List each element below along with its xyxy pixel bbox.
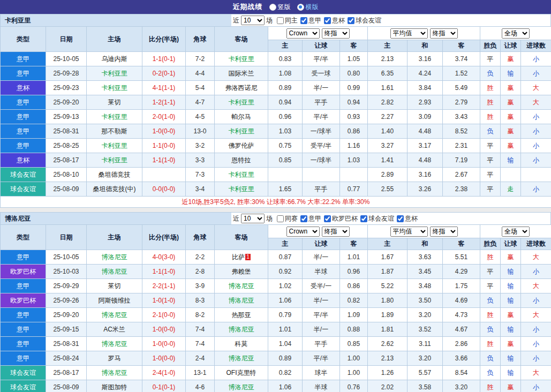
league-filter[interactable]: 欧罗巴杯 — [324, 214, 358, 223]
europe-odds-time-select[interactable]: 终指 — [430, 28, 458, 39]
away-team[interactable]: 弗洛西诺尼 — [215, 81, 268, 95]
home-team[interactable]: 卡利亚里 — [87, 81, 142, 95]
home-team[interactable]: 博洛尼亚 — [87, 337, 142, 351]
league-badge: 意甲 — [1, 337, 46, 351]
away-team[interactable]: 博洛尼亚 — [215, 351, 268, 366]
away-team[interactable]: 热那亚 — [215, 308, 268, 322]
eu-away-odds: 3.74 — [443, 52, 480, 66]
match-date: 25-09-13 — [46, 110, 87, 124]
home-team[interactable]: 斯图加特 — [87, 380, 142, 392]
handicap-result: 赢 — [501, 337, 521, 351]
team-section: 卡利亚里近10场同主意甲意杯球会友谊类型日期主场比分(半场)角球客场Crown终… — [0, 14, 551, 208]
away-team[interactable]: 博洛尼亚 — [215, 322, 268, 337]
away-team[interactable]: 卡利亚里 — [215, 182, 268, 197]
radio-icon-vertical[interactable] — [269, 4, 276, 11]
match-row: 意甲25-08-31博洛尼亚1-0(0-0)7-4科莫1.04平手0.852.6… — [1, 337, 551, 351]
corners: 8-3 — [186, 293, 215, 308]
handicap-line: 平/半 — [303, 308, 340, 322]
league-filter-checkbox[interactable] — [324, 17, 331, 24]
home-team[interactable]: 卡利亚里 — [87, 153, 142, 168]
asia-home-odds: 0.87 — [268, 250, 303, 265]
home-team[interactable]: 博洛尼亚 — [87, 308, 142, 322]
scope-select[interactable]: 全场 — [502, 28, 530, 39]
league-filter[interactable]: 意杯 — [324, 16, 345, 25]
match-count-select[interactable]: 10 — [241, 16, 265, 25]
league-filter-checkbox[interactable] — [300, 17, 307, 24]
same-filter-checkbox[interactable] — [277, 17, 284, 24]
asia-odds-source-select[interactable]: Crown — [286, 28, 320, 39]
europe-odds-source-select[interactable]: 平均值 — [390, 227, 428, 237]
match-date: 25-08-09 — [46, 380, 87, 392]
same-filter-label: 同主 — [285, 16, 298, 25]
away-team[interactable]: 博洛尼亚 — [215, 293, 268, 308]
asia-odds-dropdowns: Crown终指 — [268, 225, 368, 238]
league-filter[interactable]: 球会友谊 — [348, 16, 381, 25]
league-filter-checkbox[interactable] — [397, 215, 404, 222]
asia-home-odds: 0.89 — [268, 81, 303, 95]
league-filter-checkbox[interactable] — [324, 215, 331, 222]
result: 负 — [480, 293, 501, 308]
asia-away-odds: 1.01 — [340, 250, 368, 265]
league-filter[interactable]: 球会友谊 — [360, 214, 394, 223]
league-filter-checkbox[interactable] — [300, 215, 307, 222]
radio-icon-horizontal[interactable] — [297, 4, 304, 11]
league-filter-checkbox[interactable] — [360, 215, 367, 222]
score: 1-0(0-0) — [142, 351, 186, 366]
away-team[interactable]: 博洛尼亚 — [215, 279, 268, 293]
away-team[interactable]: 弗赖堡 — [215, 265, 268, 279]
away-team[interactable]: 卡利亚里 — [215, 168, 268, 182]
home-team[interactable]: 桑坦德竞技 — [87, 168, 142, 182]
away-team[interactable]: 卡利亚里 — [215, 95, 268, 110]
home-team[interactable]: 卡利亚里 — [87, 110, 142, 124]
home-team[interactable]: AC米兰 — [87, 322, 142, 337]
away-team[interactable]: OFI克里特 — [215, 366, 268, 380]
asia-odds-time-select[interactable]: 终指 — [322, 28, 350, 39]
match-row: 意甲25-08-31那不勒斯1-0(0-0)13-0卡利亚里1.03一/球半0.… — [1, 124, 551, 139]
league-filter[interactable]: 意甲 — [300, 16, 321, 25]
result: 平 — [480, 52, 501, 66]
away-team[interactable]: 恩特拉 — [215, 153, 268, 168]
league-filter[interactable]: 意甲 — [300, 214, 321, 223]
home-team[interactable]: 罗马 — [87, 351, 142, 366]
home-team[interactable]: 博洛尼亚 — [87, 366, 142, 380]
goals-total: 小 — [521, 293, 551, 308]
layout-option-horizontal[interactable]: 横版 — [297, 3, 319, 12]
league-filter-checkbox[interactable] — [348, 17, 354, 24]
scope-select[interactable]: 全场 — [502, 227, 530, 237]
away-team[interactable]: 卡利亚里 — [215, 124, 268, 139]
eu-home-odds: 2.89 — [368, 168, 407, 182]
same-filter[interactable]: 同主 — [277, 16, 298, 25]
asia-odds-time-select[interactable]: 终指 — [322, 227, 350, 237]
match-row: 意甲25-10-05博洛尼亚4-0(3-0)2-2比萨10.87半/一1.011… — [1, 250, 551, 265]
league-filter[interactable]: 意杯 — [397, 214, 418, 223]
away-team[interactable]: 佛罗伦萨 — [215, 139, 268, 153]
away-team[interactable]: 比萨1 — [215, 250, 268, 265]
home-team[interactable]: 阿斯顿维拉 — [87, 293, 142, 308]
handicap-result: 输 — [501, 351, 521, 366]
home-team[interactable]: 莱切 — [87, 279, 142, 293]
league-badge: 球会友谊 — [1, 366, 46, 380]
home-team[interactable]: 博洛尼亚 — [87, 265, 142, 279]
home-team[interactable]: 那不勒斯 — [87, 124, 142, 139]
away-team[interactable]: 博洛尼亚 — [215, 380, 268, 392]
away-team[interactable]: 卡利亚里 — [215, 52, 268, 66]
away-team[interactable]: 帕尔马 — [215, 110, 268, 124]
subcol-header: 让球 — [501, 40, 521, 52]
home-team[interactable]: 博洛尼亚 — [87, 250, 142, 265]
away-team[interactable]: 科莫 — [215, 337, 268, 351]
eu-draw-odds: 3.48 — [407, 279, 443, 293]
europe-odds-source-select[interactable]: 平均值 — [390, 28, 428, 39]
asia-odds-source-select[interactable]: Crown — [286, 227, 320, 237]
same-filter-checkbox[interactable] — [277, 215, 284, 222]
same-filter[interactable]: 同赛 — [277, 214, 298, 223]
home-team[interactable]: 桑坦德竞技(中) — [87, 182, 142, 197]
away-team[interactable]: 国际米兰 — [215, 66, 268, 81]
match-count-select[interactable]: 10 — [241, 214, 265, 223]
home-team[interactable]: 卡利亚里 — [87, 66, 142, 81]
handicap-line: 一/球半 — [303, 153, 340, 168]
layout-option-vertical[interactable]: 竖版 — [269, 3, 291, 12]
home-team[interactable]: 乌迪内斯 — [87, 52, 142, 66]
home-team[interactable]: 莱切 — [87, 95, 142, 110]
home-team[interactable]: 卡利亚里 — [87, 139, 142, 153]
europe-odds-time-select[interactable]: 终指 — [430, 227, 458, 237]
